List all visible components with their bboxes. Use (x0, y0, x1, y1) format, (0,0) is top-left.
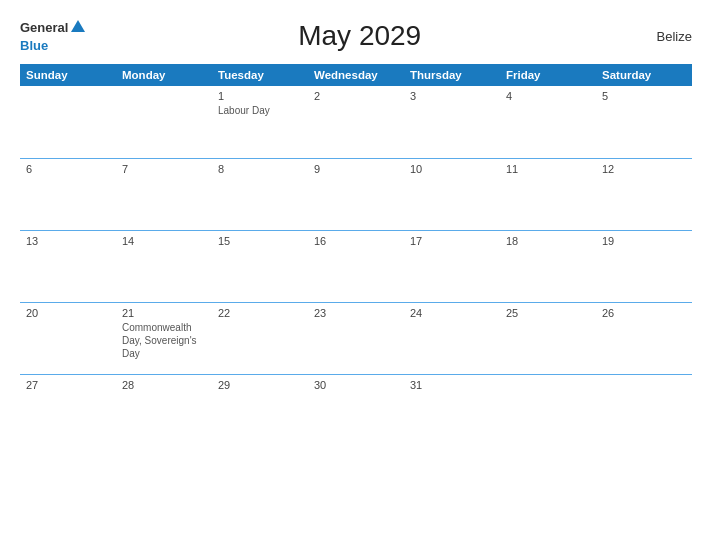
col-saturday: Saturday (596, 64, 692, 86)
calendar-table: Sunday Monday Tuesday Wednesday Thursday… (20, 64, 692, 446)
day-number: 31 (410, 379, 494, 391)
day-number: 23 (314, 307, 398, 319)
calendar-cell: 17 (404, 230, 500, 302)
calendar-cell: 21Commonwealth Day, Sovereign's Day (116, 302, 212, 374)
day-number: 12 (602, 163, 686, 175)
week-row-2: 13141516171819 (20, 230, 692, 302)
day-number: 14 (122, 235, 206, 247)
day-number: 18 (506, 235, 590, 247)
day-number: 28 (122, 379, 206, 391)
logo: General Blue (20, 18, 87, 54)
calendar-cell: 8 (212, 158, 308, 230)
calendar-cell: 11 (500, 158, 596, 230)
day-number: 27 (26, 379, 110, 391)
week-row-1: 6789101112 (20, 158, 692, 230)
day-number: 15 (218, 235, 302, 247)
col-tuesday: Tuesday (212, 64, 308, 86)
calendar-cell: 3 (404, 86, 500, 158)
calendar-cell: 18 (500, 230, 596, 302)
calendar-cell: 22 (212, 302, 308, 374)
day-number: 20 (26, 307, 110, 319)
day-number: 9 (314, 163, 398, 175)
calendar-cell: 31 (404, 374, 500, 446)
day-number: 4 (506, 90, 590, 102)
logo-blue: Blue (20, 38, 48, 53)
day-number: 17 (410, 235, 494, 247)
calendar-cell: 9 (308, 158, 404, 230)
calendar-cell: 14 (116, 230, 212, 302)
week-row-3: 2021Commonwealth Day, Sovereign's Day222… (20, 302, 692, 374)
calendar-cell (20, 86, 116, 158)
col-friday: Friday (500, 64, 596, 86)
day-number: 11 (506, 163, 590, 175)
day-number: 10 (410, 163, 494, 175)
day-number: 24 (410, 307, 494, 319)
day-number: 29 (218, 379, 302, 391)
calendar-cell: 2 (308, 86, 404, 158)
calendar-cell: 15 (212, 230, 308, 302)
calendar-cell (500, 374, 596, 446)
week-row-4: 2728293031 (20, 374, 692, 446)
event-text: Commonwealth Day, Sovereign's Day (122, 321, 206, 360)
day-number: 6 (26, 163, 110, 175)
day-number: 13 (26, 235, 110, 247)
calendar-cell: 5 (596, 86, 692, 158)
col-sunday: Sunday (20, 64, 116, 86)
day-number: 7 (122, 163, 206, 175)
calendar-cell: 4 (500, 86, 596, 158)
weekday-header-row: Sunday Monday Tuesday Wednesday Thursday… (20, 64, 692, 86)
calendar-cell: 23 (308, 302, 404, 374)
calendar-cell: 16 (308, 230, 404, 302)
calendar-cell: 20 (20, 302, 116, 374)
calendar-cell: 10 (404, 158, 500, 230)
day-number: 8 (218, 163, 302, 175)
calendar-cell (596, 374, 692, 446)
calendar-cell: 24 (404, 302, 500, 374)
day-number: 3 (410, 90, 494, 102)
day-number: 26 (602, 307, 686, 319)
calendar-cell: 26 (596, 302, 692, 374)
calendar-cell (116, 86, 212, 158)
event-text: Labour Day (218, 104, 302, 117)
logo-icon (69, 18, 87, 36)
col-monday: Monday (116, 64, 212, 86)
calendar-cell: 30 (308, 374, 404, 446)
calendar-title: May 2029 (87, 20, 632, 52)
calendar-cell: 6 (20, 158, 116, 230)
calendar-header: General Blue May 2029 Belize (20, 18, 692, 54)
day-number: 22 (218, 307, 302, 319)
calendar-cell: 7 (116, 158, 212, 230)
day-number: 25 (506, 307, 590, 319)
svg-marker-0 (71, 20, 85, 32)
calendar-page: General Blue May 2029 Belize Sunday Mond… (0, 0, 712, 550)
day-number: 19 (602, 235, 686, 247)
col-wednesday: Wednesday (308, 64, 404, 86)
calendar-cell: 29 (212, 374, 308, 446)
calendar-cell: 27 (20, 374, 116, 446)
day-number: 16 (314, 235, 398, 247)
col-thursday: Thursday (404, 64, 500, 86)
calendar-cell: 25 (500, 302, 596, 374)
week-row-0: 1Labour Day2345 (20, 86, 692, 158)
day-number: 1 (218, 90, 302, 102)
calendar-cell: 12 (596, 158, 692, 230)
day-number: 21 (122, 307, 206, 319)
day-number: 5 (602, 90, 686, 102)
calendar-cell: 1Labour Day (212, 86, 308, 158)
logo-general: General (20, 21, 68, 34)
calendar-cell: 13 (20, 230, 116, 302)
country-label: Belize (632, 29, 692, 44)
day-number: 2 (314, 90, 398, 102)
calendar-cell: 19 (596, 230, 692, 302)
day-number: 30 (314, 379, 398, 391)
calendar-cell: 28 (116, 374, 212, 446)
